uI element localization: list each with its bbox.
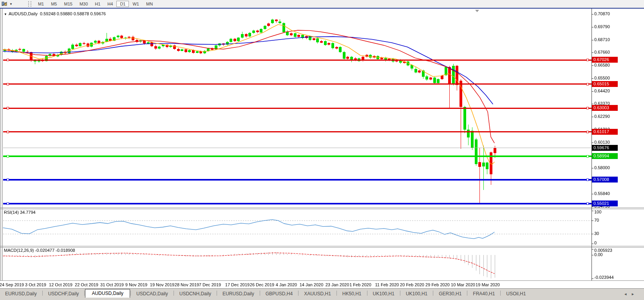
- tab-scroll-right-icon[interactable]: ►: [631, 292, 639, 296]
- date-axis-label: 29 Feb 2020: [425, 282, 450, 287]
- date-axis-label: 28 Nov 2019: [175, 282, 199, 287]
- price-axis-label: 0.70870: [594, 11, 610, 16]
- chart-tab-usdchf-daily[interactable]: USDCHF,Daily: [43, 290, 84, 298]
- tab-list: EURUSD,DailyUSDCHF,DailyAUDUSD,DailyUSDC…: [0, 289, 531, 298]
- rsi-axis-label: 0: [594, 240, 597, 245]
- chart-tab-hk50-h1[interactable]: HK50,H1: [337, 290, 367, 298]
- chart-ohlc-values: 0.59248 0.59880 0.58878 0.59676: [40, 11, 106, 16]
- tab-separator: [336, 291, 337, 296]
- chart-style-icon[interactable]: [2, 1, 9, 7]
- chart-symbol-period: AUDUSD,Daily: [9, 11, 38, 16]
- toolbar-grip-handle[interactable]: [28, 1, 31, 7]
- price-line-tag: 0.63003: [592, 105, 618, 111]
- chart-tab-ger30-h1[interactable]: GER30,H1: [434, 290, 467, 298]
- macd-axis-label: -0.023944: [594, 275, 614, 280]
- price-axis-label: 0.55840: [594, 191, 610, 196]
- timeframe-button-m1[interactable]: M1: [34, 1, 47, 7]
- chart-canvas[interactable]: [0, 0, 644, 300]
- timeframe-button-m30[interactable]: M30: [76, 1, 91, 7]
- chart-tab-uk100-h1[interactable]: UK100,H1: [401, 290, 432, 298]
- date-axis-label: 7 Dec 2019: [199, 282, 221, 287]
- chart-tab-eurusd-daily[interactable]: EURUSD,Daily: [217, 290, 259, 298]
- date-axis-label: 24 Sep 2019: [0, 282, 24, 287]
- price-axis-label: 0.64420: [594, 89, 610, 93]
- macd-axis-label: 0.00: [594, 252, 602, 257]
- chart-tab-bar: EURUSD,DailyUSDCHF,DailyAUDUSD,DailyUSDC…: [0, 288, 644, 298]
- price-axis-label: 0.62290: [594, 114, 610, 119]
- price-axis-label: 0.67660: [594, 50, 610, 54]
- price-axis-label: 0.58000: [594, 165, 610, 170]
- date-axis-label: 1 Feb 2020: [349, 282, 371, 287]
- tab-separator: [500, 291, 501, 296]
- chart-tab-xauusd-h1[interactable]: XAUUSD,H1: [299, 290, 336, 298]
- price-axis-label: 0.66580: [594, 63, 610, 67]
- timeframe-button-h4[interactable]: H4: [104, 1, 116, 7]
- date-axis-label: 10 Mar 2020: [451, 282, 475, 287]
- tab-separator: [433, 291, 433, 296]
- chart-tab-usdcad-daily[interactable]: USDCAD,Daily: [131, 290, 173, 298]
- status-strip: [0, 298, 644, 300]
- tab-separator: [298, 291, 298, 296]
- tab-separator: [217, 291, 217, 296]
- date-axis-label: 17 Dec 2019: [225, 282, 250, 287]
- price-line-tag: 0.58994: [592, 153, 618, 159]
- timeframe-button-m15[interactable]: M15: [60, 1, 76, 7]
- timeframe-button-w1[interactable]: W1: [129, 1, 143, 7]
- price-line-tag: 0.57008: [592, 177, 618, 183]
- date-axis-label: 22 Oct 2019: [75, 282, 98, 287]
- chevron-down-icon[interactable]: ▼: [4, 13, 7, 16]
- price-axis-label: 0.65500: [594, 76, 610, 80]
- rsi-axis-label: 100: [594, 210, 601, 214]
- rsi-indicator-label: RSI(14) 34.7794: [4, 210, 36, 215]
- date-axis-label: 20 Feb 2020: [400, 282, 424, 287]
- date-axis-label: 14 Jan 2020: [300, 282, 324, 287]
- terminal-window: ▼ M1M5M15M30H1H4D1W1MN ▼AUDUSD,Daily 0.5…: [0, 0, 644, 300]
- price-line-tag: 0.67026: [592, 57, 618, 63]
- date-axis-label: 23 Jan 2020: [326, 282, 349, 287]
- tab-separator: [467, 291, 467, 296]
- date-axis-label: 19 Nov 2019: [150, 282, 174, 287]
- chart-title: ▼AUDUSD,Daily 0.59248 0.59880 0.58878 0.…: [4, 11, 106, 16]
- tab-separator: [84, 291, 85, 296]
- chart-tab-usoil-h1[interactable]: USOil,H1: [501, 290, 531, 298]
- tab-separator: [42, 291, 43, 296]
- date-axis-label: 12 Oct 2019: [49, 282, 72, 287]
- current-price-tag: 0.59676: [592, 145, 618, 151]
- tab-scroll-left-icon[interactable]: ◄: [624, 292, 631, 296]
- price-line-tag: 0.61017: [592, 129, 618, 135]
- price-axis-label: 0.60130: [594, 140, 610, 145]
- date-axis-label: 31 Oct 2019: [100, 282, 124, 287]
- chart-tab-eurusd-daily[interactable]: EURUSD,Daily: [0, 290, 42, 298]
- tab-separator: [260, 291, 260, 296]
- timeframe-button-d1[interactable]: D1: [116, 1, 129, 7]
- macd-indicator-label: MACD(12,26,9) -0.020477 -0.018908: [4, 248, 75, 253]
- date-axis-label: 11 Feb 2020: [375, 282, 399, 287]
- tab-separator: [367, 291, 367, 296]
- tab-separator: [174, 291, 174, 296]
- tab-separator: [130, 291, 131, 296]
- timeframe-button-m5[interactable]: M5: [47, 1, 60, 7]
- chart-tab-audusd-daily[interactable]: AUDUSD,Daily: [85, 289, 130, 298]
- chart-tab-fra40-h1[interactable]: FRA40,H1: [468, 290, 500, 298]
- date-axis-label: 4 Jan 2020: [276, 282, 297, 287]
- chart-tab-uk100-h1[interactable]: UK100,H1: [368, 290, 400, 298]
- date-axis-label: 19 Mar 2020: [476, 282, 500, 287]
- rsi-axis-label: 70: [594, 218, 599, 222]
- tab-scroll-arrows: ◄►: [624, 292, 639, 296]
- price-line-tag: 0.55021: [592, 201, 618, 206]
- chart-tab-gbpusd-h4[interactable]: GBPUSD,H4: [260, 290, 298, 298]
- price-axis-label: 0.68710: [594, 37, 610, 42]
- chevron-down-icon[interactable]: ▼: [9, 2, 13, 6]
- date-axis-label: 3 Oct 2019: [25, 282, 46, 287]
- price-axis-label: 0.69790: [594, 24, 610, 29]
- date-axis-label: 9 Nov 2019: [125, 282, 147, 287]
- timeframe-button-h1[interactable]: H1: [91, 1, 104, 7]
- timeframe-button-group: M1M5M15M30H1H4D1W1MN: [34, 1, 156, 7]
- toolbar: ▼ M1M5M15M30H1H4D1W1MN: [0, 0, 644, 9]
- timeframe-button-mn[interactable]: MN: [143, 1, 156, 7]
- date-axis-label: 26 Dec 2019: [250, 282, 274, 287]
- chart-tab-usdcnh-daily[interactable]: USDCNH,Daily: [174, 290, 216, 298]
- price-line-tag: 0.65015: [592, 81, 618, 87]
- tab-separator: [400, 291, 400, 296]
- rsi-axis-label: 30: [594, 231, 599, 236]
